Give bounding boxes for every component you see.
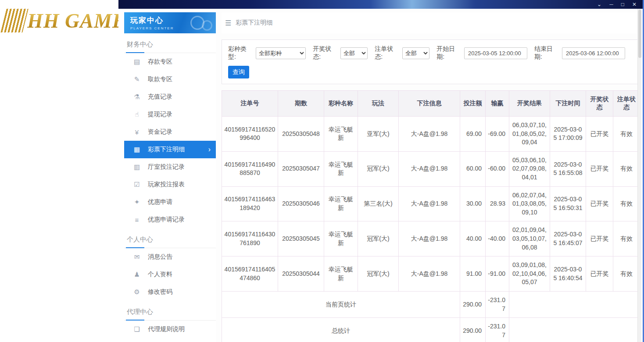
search-button[interactable]: 查询 [228,66,249,78]
cell-bet_id: 401569174116405474860 [222,256,278,292]
cell-bet_amount: 30.00 [460,186,486,221]
column-header: 注单状态 [613,91,640,117]
column-header: 投注额 [460,91,486,117]
gamepad-icon [188,15,212,31]
cell-period: 20250305046 [278,186,324,221]
sidebar-item-label: 资金记录 [148,128,172,136]
cell-bet_info: 大-A盘@1.98 [399,256,460,292]
withdraw-icon: ✎ [133,75,141,83]
cell-bet_amount: 40.00 [460,221,486,256]
cell-draw_status: 已开奖 [586,117,613,152]
sidebar-item-hall[interactable]: ▥厅室投注记录 [124,158,216,176]
cell-lottery_name: 幸运飞艇新 [324,256,358,292]
cell-bet_id: 401569174116490885870 [222,151,278,186]
cell-bet_amount: 69.00 [460,117,486,152]
sidebar-item-label: 存款专区 [148,58,172,66]
close-icon[interactable]: ✕ [632,0,637,9]
report-icon: ☑ [133,181,141,189]
bet-table: 注单号期数彩种名称玩法下注信息投注额输赢开奖结果下注时间开奖状态注单状态 401… [222,90,640,342]
summary-bet-amount: 290.00 [460,291,486,317]
cell-bet_info: 大-A盘@1.98 [399,151,460,186]
cell-play: 亚军(大) [358,117,399,152]
lottery-icon: ▦ [133,146,141,153]
hall-icon: ▥ [133,163,141,171]
cell-play: 冠军(大) [358,151,399,186]
sidebar-item-funds[interactable]: ¥资金记录 [124,123,216,141]
cell-win_loss: -60.00 [486,151,509,186]
column-header: 彩种名称 [324,91,358,117]
sidebar-item-label: 个人资料 [148,271,172,278]
section-title: 个人中心 [124,228,216,248]
bet-status-label: 注单状态: [375,45,400,61]
sidebar-item-label: 优惠申请记录 [148,216,185,224]
cell-bet_id: 401569174116520996400 [222,117,278,152]
window-titlebar: ⌄ ─ □ ✕ [118,0,643,9]
table-header-row: 注单号期数彩种名称玩法下注信息投注额输赢开奖结果下注时间开奖状态注单状态 [222,91,640,117]
end-date-input[interactable] [562,47,625,59]
cell-period: 20250305045 [278,221,324,256]
cell-bet_amount: 91.00 [460,256,486,292]
cell-draw_result: 03,09,01,08,02,10,04,06,05,07 [509,256,550,292]
cell-draw_status: 已开奖 [586,151,613,186]
page-title: 彩票下注明细 [236,19,272,27]
scrollbar[interactable] [637,9,641,342]
table-row: 40156917411649088587020250305047幸运飞艇新冠军(… [222,151,640,186]
minimize-icon[interactable]: ─ [609,0,613,9]
sidebar-item-bell[interactable]: ✉消息公告 [124,248,216,266]
sidebar-item-label: 厅室投注记录 [148,163,185,171]
sidebar-item-lottery[interactable]: ▦彩票下注明细› [124,141,216,158]
summary-label: 总统计 [222,318,460,342]
chevron-down-icon[interactable]: ⌄ [597,0,601,9]
sidebar-item-promo[interactable]: ✦优惠申请 [124,193,216,211]
sidebar-item-doc[interactable]: ❏代理规则说明 [124,321,216,338]
start-date-input[interactable] [464,47,527,59]
doc-icon: ❏ [133,325,141,333]
summary-empty [509,291,640,317]
cell-lottery_name: 幸运飞艇新 [324,117,358,152]
sidebar-item-promo-record[interactable]: ≡优惠申请记录 [124,211,216,228]
sidebar-item-label: 修改密码 [148,288,172,296]
draw-status-select[interactable]: 全部 [340,47,368,59]
sidebar-item-user[interactable]: ♟个人资料 [124,266,216,283]
cell-bet_info: 大-A盘@1.98 [399,221,460,256]
sidebar-item-report[interactable]: ☑玩家投注报表 [124,176,216,193]
cell-win_loss: -40.00 [486,221,509,256]
lottery-type-label: 彩种类型: [228,45,254,61]
draw-status-label: 开奖状态: [313,45,338,61]
summary-win-loss: -231.07 [486,291,509,317]
cell-bet_status: 有效 [613,221,640,256]
cell-play: 冠军(大) [358,221,399,256]
cell-period: 20250305048 [278,117,324,152]
scrollbar-thumb[interactable] [638,10,641,58]
sidebar-item-cashout[interactable]: ☝提现记录 [124,106,216,123]
sidebar-item-deposit[interactable]: ▤存款专区 [124,53,216,71]
sidebar-item-gear[interactable]: ⚙修改密码 [124,283,216,301]
cell-lottery_name: 幸运飞艇新 [324,186,358,221]
sidebar-item-recharge[interactable]: ⚗充值记录 [124,88,216,106]
bet-status-select[interactable]: 全部 [402,47,429,59]
summary-bet-amount: 290.00 [460,318,486,342]
summary-row: 总统计290.00-231.07 [222,318,640,342]
cell-bet_time: 2025-03-05 16:45:07 [550,221,586,256]
hamburger-icon[interactable]: ☰ [225,19,231,27]
sidebar-item-withdraw[interactable]: ✎取款专区 [124,71,216,88]
column-header: 下注信息 [399,91,460,117]
column-header: 下注时间 [550,91,586,117]
filter-panel: 彩种类型: 全部彩种 开奖状态: 全部 注单状态: 全部 开始日期: [222,39,639,84]
column-header: 注单号 [222,91,278,117]
cell-bet_amount: 60.00 [460,151,486,186]
sidebar-item-label: 代理规则说明 [148,325,185,333]
cell-draw_status: 已开奖 [586,221,613,256]
lottery-type-select[interactable]: 全部彩种 [256,47,306,59]
summary-row: 当前页统计290.00-231.07 [222,291,640,317]
cell-bet_id: 401569174116430761890 [222,221,278,256]
cashout-icon: ☝ [133,110,141,118]
user-icon: ♟ [133,271,141,278]
column-header: 输赢 [486,91,509,117]
site-logo: HH GAME [0,0,118,342]
table-row: 40156917411640547486020250305044幸运飞艇新冠军(… [222,256,640,292]
summary-label: 当前页统计 [222,291,460,317]
maximize-icon[interactable]: □ [621,0,624,9]
chevron-right-icon: › [208,146,211,153]
window-controls: ⌄ ─ □ ✕ [597,0,637,9]
